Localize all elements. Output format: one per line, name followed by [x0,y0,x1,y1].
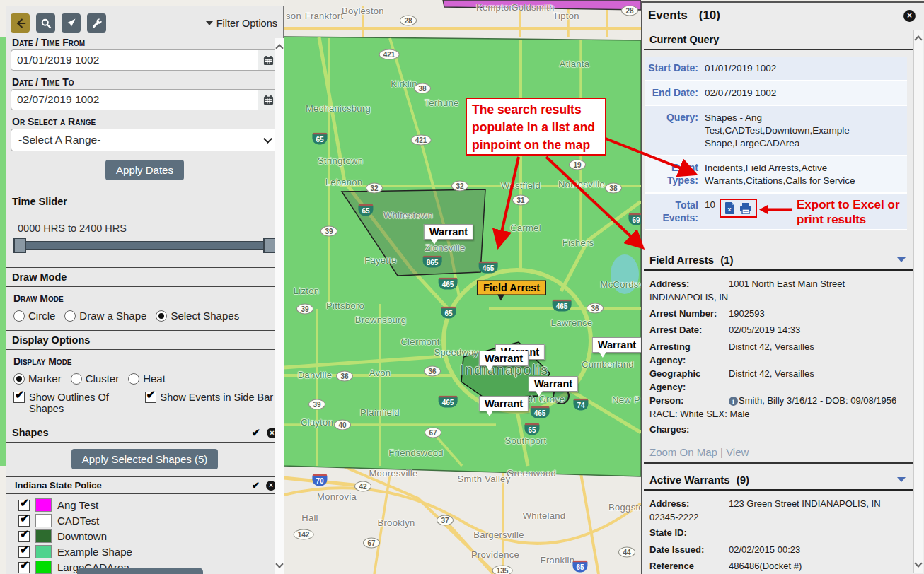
map-town-label: Whitestown [383,210,433,221]
date-to-input[interactable] [11,89,258,110]
filter-options-toggle[interactable]: Filter Options [206,18,277,29]
back-button[interactable] [11,13,30,33]
print-icon[interactable] [739,203,752,214]
annotation-line: populate in a list and [472,119,600,136]
shape-list-item[interactable]: ✔ CADTest [6,513,283,529]
map-town-label: McCordsv [601,279,641,290]
detail-row: Arrest Number:i1902593 [649,307,910,321]
select-all-icon[interactable]: ✔ [251,428,260,438]
draw-mode-radio[interactable]: Select Shapes [156,310,239,322]
partial-apply-button[interactable] [77,568,203,574]
warrant-marker[interactable]: Warrant [479,396,529,411]
route-shield-icon: 65 [358,204,373,216]
events-scrollbar[interactable] [913,30,923,573]
route-shield-icon: 70 [312,474,327,486]
map-town-label: Pittsboro [326,300,364,311]
active-warrants-header[interactable]: Active Warrants (9) [644,469,913,491]
map-town-label: Hall [301,512,318,523]
close-icon[interactable]: × [903,10,916,22]
field-arrest-marker[interactable]: Field Arrest [477,281,546,295]
date-from-label: Date / Time From [6,35,283,49]
shape-list-item[interactable]: ✔ Example Shape [6,544,283,560]
apply-dates-button[interactable]: Apply Dates [105,160,184,180]
route-shield-icon: 32 [451,181,468,192]
map-town-label: Frankfort [305,11,344,21]
radio-icon [156,310,167,322]
shape-list-item[interactable]: ✔ Ang Test [6,498,283,513]
collapse-triangle-icon[interactable] [897,477,906,486]
warrant-marker[interactable]: Warrant [424,224,473,240]
map-town-label: Mooresville [369,468,417,479]
checkbox-icon: ✔ [145,392,156,403]
route-shield-icon: 465 [531,406,550,418]
map-town-label: Mechanicsburg [306,103,371,114]
group-select-all-icon[interactable]: ✔ [252,481,260,491]
scroll-up-icon[interactable] [914,35,922,43]
map-edge-sliver [0,37,6,466]
range-label: Or Select a Range [6,115,283,128]
display-checkbox[interactable]: ✔ Show Events in Side Bar [145,392,277,414]
display-checkbox[interactable]: ✔ Show Outlines Of Shapes [13,392,145,414]
info-icon[interactable]: i [729,397,738,406]
map-town-label: Cumberland [582,359,634,370]
detail-value: 02/05/2019 14:33 [729,324,800,335]
radio-label: Select Shapes [171,310,239,322]
detail-label: Person: [649,394,729,407]
field-arrests-title: Field Arrests [649,254,714,266]
draw-mode-radio[interactable]: Draw a Shape [64,310,146,322]
route-shield-icon: 39 [308,399,325,410]
time-slider-section: Time Slider 0000 HRS to 2400 HRS [6,192,283,267]
date-from-input[interactable] [11,49,258,71]
apply-selected-shapes-button[interactable]: Apply Selected Shapes (5) [71,449,219,469]
shape-label: Downtown [57,530,107,542]
time-slider-track[interactable] [15,241,275,250]
search-button[interactable] [36,13,55,33]
route-shield-icon: 421 [379,49,400,60]
map-town-label: Greenwood [507,468,556,479]
filter-options-label: Filter Options [216,18,277,29]
time-slider-range-text: 0000 HRS to 2400 HRS [18,223,276,234]
time-slider-handle-start[interactable] [13,238,26,253]
range-select[interactable]: -Select A Range- [11,129,279,151]
record-link[interactable]: View [726,446,749,458]
map-town-label: Clermont [400,336,439,347]
shape-color-swatch [35,561,52,574]
checkbox-icon[interactable]: ✔ [18,500,30,511]
detail-row: Address:i1001 North East Main Street IND… [649,277,910,304]
checkbox-icon[interactable]: ✔ [18,515,30,527]
time-slider[interactable] [13,238,276,253]
checkbox-icon[interactable]: ✔ [18,546,30,558]
scroll-down-icon[interactable] [914,559,922,567]
display-mode-radio[interactable]: Cluster [71,373,120,385]
events-title: Events [648,8,688,23]
map-town-label: Fayette [364,255,396,266]
draw-mode-radio[interactable]: Circle [13,310,55,322]
wrench-icon [91,18,102,28]
excel-export-icon[interactable]: x [724,202,735,214]
scroll-up-icon[interactable] [275,44,283,52]
detail-value: District 42, Versailles [729,341,814,352]
checkbox-icon[interactable]: ✔ [18,562,30,573]
map-town-label: Goldsmith [511,2,554,13]
filter-scrollbar[interactable] [275,38,284,574]
scroll-down-icon[interactable] [275,560,283,568]
query-row-value: 01/01/2019 1002 [698,57,907,80]
collapse-triangle-icon[interactable] [897,257,906,266]
display-mode-radio[interactable]: Heat [128,373,166,385]
warrant-marker[interactable]: Warrant [592,337,641,353]
detail-row: Arrest Date:i02/05/2019 14:33 [649,323,910,337]
checkbox-icon[interactable]: ✔ [18,531,30,542]
route-shield-icon: 421 [411,135,432,146]
radio-icon [128,373,139,385]
detail-value: 1902593 [729,308,765,319]
locate-button[interactable] [62,13,81,33]
display-mode-radio[interactable]: Marker [13,373,62,385]
detail-row: Geographic Agency:iDistrict 42, Versaill… [649,367,910,381]
shape-list-item[interactable]: ✔ Downtown [6,529,283,544]
tools-button[interactable] [87,13,106,33]
field-arrests-header[interactable]: Field Arrests (1) [644,250,913,271]
warrant-marker[interactable]: Warrant [529,376,578,392]
warrant-marker[interactable]: Warrant [479,351,529,366]
record-link[interactable]: Zoom On Map [649,446,720,458]
map-canvas[interactable]: son Frankfort Boyleston Kempton Goldsmit… [284,0,641,574]
